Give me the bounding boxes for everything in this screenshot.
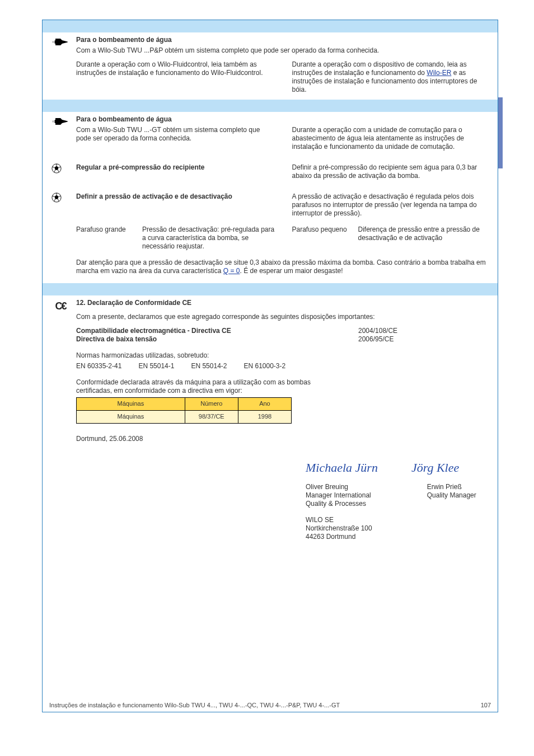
addr1: Nortkirchenstraße 100 — [306, 524, 491, 533]
s3-p2: Normas harmonizadas utilizadas, sobretud… — [76, 351, 491, 360]
svg-rect-1 — [53, 120, 54, 123]
side-tab — [498, 97, 503, 168]
footer-page-number: 107 — [481, 702, 491, 708]
th-number: Número — [185, 398, 238, 410]
s1-p1: Com a Wilo-Sub TWU ...P&P obtém um siste… — [76, 46, 491, 55]
s2-b2l: Parafuso pequeno — [292, 226, 354, 242]
page-footer: Instruções de instalação e funcionamento… — [49, 702, 491, 708]
s2-b1l: Parafuso grande — [76, 226, 138, 251]
s2-row1: Com a Wilo-Sub TWU ...-GT obtém um siste… — [76, 126, 491, 153]
s1-row: Durante a operação com o Wilo-Fluidcontr… — [76, 60, 491, 94]
s3-date: Dortmund, 25.06.2008 — [76, 435, 491, 443]
section-bar-3 — [43, 283, 498, 295]
s2-row3: Definir a pressão de activação e de desa… — [76, 192, 491, 218]
s3-emc-r: 2004/108/CE — [358, 327, 397, 335]
pointing-hand-icon — [51, 37, 69, 49]
s3-p1: Com a presente, declaramos que este agre… — [76, 313, 491, 321]
s3-p3: Conformidade declarada através da máquin… — [76, 378, 345, 395]
section-bar-2 — [43, 100, 498, 112]
s1-col-left: Durante a operação com o Wilo-Fluidcontr… — [76, 60, 275, 94]
td-number: 98/37/CE — [185, 411, 238, 423]
name-right: Erwin Prieß — [427, 483, 476, 491]
s1-p2-link[interactable]: Wilo-ER — [427, 69, 451, 77]
soccer-ball-icon-2 — [51, 192, 62, 205]
td-machines: Máquinas — [77, 411, 185, 423]
s3-std2: EN 55014-1 — [138, 362, 174, 370]
s3-lv-row: Directiva de baixa tensão 2006/95/CE — [76, 335, 491, 344]
s3-title: 12. Declaração de Conformidade CE — [76, 299, 191, 307]
hand-icon-svg-2 — [52, 116, 69, 126]
section-2-content: Para o bombeamento de água Com a Wilo-Su… — [43, 112, 498, 283]
s3-std3: EN 55014-2 — [191, 362, 227, 370]
s2-b2r: Diferença de pressão entre a pressão de … — [358, 226, 491, 242]
signature-right: Jörg Klee — [411, 460, 459, 476]
signature-left: Michaela Jürn — [306, 460, 378, 476]
td-year: 1998 — [238, 411, 291, 423]
ce-mark-icon: C€ — [51, 300, 69, 312]
addr2: 44263 Dortmund — [306, 533, 491, 541]
s2-p3-label: Regular a pré-compressão do recipiente — [76, 163, 204, 171]
title-left: Manager International — [306, 491, 371, 500]
s3-emc-row: Compatibilidade electromagnética - Direc… — [76, 327, 491, 335]
s2-row4: Parafuso grande Pressão de desactivação:… — [76, 226, 491, 251]
section-bar-1 — [43, 20, 498, 32]
s3-std4: EN 61000-3-2 — [243, 362, 285, 370]
s2-row2: Regular a pré-compressão do recipiente D… — [76, 163, 491, 180]
pointing-hand-icon-2 — [51, 116, 69, 129]
s3-std-row: EN 60335-2-41 EN 55014-1 EN 55014-2 EN 6… — [76, 362, 356, 370]
th-year: Ano — [238, 398, 291, 410]
svg-rect-0 — [53, 40, 54, 44]
soccer-ball-icon-1 — [51, 163, 62, 176]
s2-p1: Com a Wilo-Sub TWU ...-GT obtém um siste… — [76, 126, 275, 143]
s2-p4-label: Definir a pressão de activação e de desa… — [76, 192, 232, 200]
table-header-row: Máquinas Número Ano — [77, 398, 291, 411]
s2-p2: Durante a operação com a unidade de comu… — [292, 126, 491, 151]
machines-table: Máquinas Número Ano Máquinas 98/37/CE 19… — [76, 397, 292, 424]
s3-emc-l: Compatibilidade electromagnética - Direc… — [76, 327, 231, 335]
s2-p4-body: A pressão de activação e desactivação é … — [292, 192, 477, 217]
section-1-content: Para o bombeamento de água Com a Wilo-Su… — [43, 32, 498, 100]
signatures: Michaela Jürn Jörg Klee — [76, 460, 491, 476]
table-row: Máquinas 98/37/CE 1998 — [77, 411, 291, 423]
signatory-right: Erwin Prieß Quality Manager — [427, 483, 476, 508]
title-right: Quality Manager — [427, 491, 476, 500]
company-block: WILO SE Nortkirchenstraße 100 44263 Dort… — [76, 516, 491, 541]
s3-lv-r: 2006/95/CE — [358, 335, 394, 343]
signatory-left: Oliver Breuing Manager International Qua… — [306, 483, 371, 508]
s2-heading: Para o bombeamento de água — [76, 115, 172, 123]
s3-lv-l: Directiva de baixa tensão — [76, 335, 157, 343]
title-left2: Quality & Processes — [306, 500, 371, 508]
s2-b1r: Pressão de desactivação: pré-regulada pa… — [142, 226, 275, 251]
footer-left: Instruções de instalação e funcionamento… — [49, 702, 340, 708]
th-machines: Máquinas — [77, 398, 185, 410]
s3-std1: EN 60335-2-41 — [76, 362, 121, 370]
ce-mark-text: C€ — [55, 300, 65, 313]
section-3-content: C€ 12. Declaração de Conformidade CE Com… — [43, 295, 498, 564]
company: WILO SE — [306, 516, 491, 524]
s2-p5b: . É de esperar um maior desgaste! — [240, 267, 343, 275]
name-left: Oliver Breuing — [306, 483, 371, 491]
s1-heading: Para o bombeamento de água — [76, 36, 172, 44]
s1-p2a: Durante a operação com o Wilo-Fluidcontr… — [76, 60, 263, 77]
signatory-row: Oliver Breuing Manager International Qua… — [76, 483, 491, 508]
s1-col-right: Durante a operação com o dispositivo de … — [292, 60, 491, 94]
s2-q0-link[interactable]: Q = 0 — [223, 267, 240, 275]
hand-icon-svg — [52, 37, 69, 47]
page-frame: Para o bombeamento de água Com a Wilo-Su… — [42, 20, 498, 712]
s2-p3-body: Definir a pré-compressão do recipiente s… — [292, 163, 477, 180]
s2-p5-wrap: Dar atenção para que a pressão de desact… — [76, 259, 491, 275]
